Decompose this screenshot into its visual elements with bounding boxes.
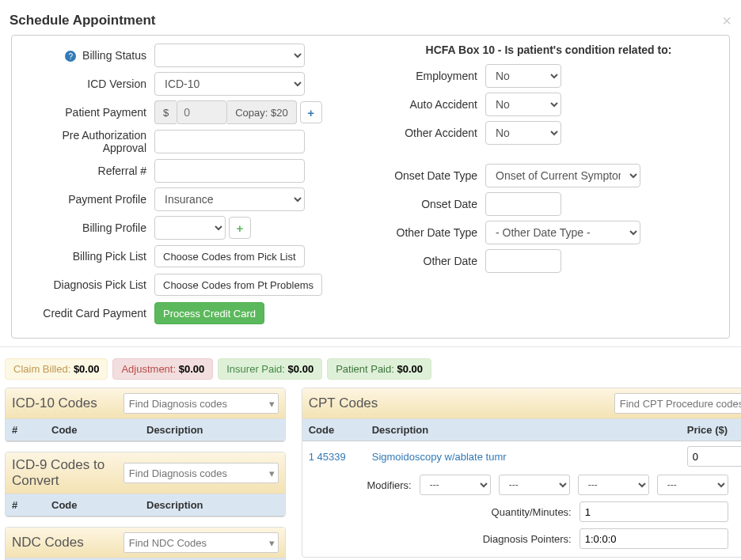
icd10-title: ICD-10 Codes [12,395,97,411]
currency-addon: $ [154,100,177,124]
cpt-search-input[interactable] [615,394,741,413]
billing-profile-label: Billing Profile [18,221,154,234]
cpt-desc-link[interactable]: Sigmoidoscopy w/ablate tumr [372,451,507,463]
chevron-down-icon[interactable]: ▾ [267,467,278,479]
icd10-search-input[interactable] [124,394,267,413]
cpt-price-input[interactable] [687,446,741,467]
other-type-select[interactable]: - Other Date Type - [485,221,640,244]
other-accident-label: Other Accident [374,127,485,139]
cpt-table-header: Code Description Price ($) [302,419,741,441]
cpt-qty-label: Quantity/Minutes: [469,506,572,518]
cpt-mod1[interactable]: --- [420,475,491,495]
close-icon[interactable]: × [722,13,732,28]
icd9-table-header: # Code Description [6,494,285,516]
cpt-mod3[interactable]: --- [578,475,649,495]
billing-profile-select[interactable] [154,216,226,240]
patient-paid-badge: Patient Paid: $0.00 [327,358,431,380]
cpt-mod4[interactable]: --- [657,475,728,495]
icd10-table-header: # Code Description [6,419,285,441]
auto-accident-select[interactable]: No [485,93,561,116]
billing-status-select[interactable] [154,44,305,67]
referral-input[interactable] [154,159,305,183]
cpt-qty-input[interactable] [580,501,728,522]
pre-auth-input[interactable] [154,130,305,153]
plus-icon: + [307,106,314,119]
cpt-card: CPT Codes ▾ Code Description Price ($) 1… [302,388,741,558]
modal-title: Schedule Appointment [10,13,156,28]
employment-select[interactable]: No [485,64,561,88]
onset-date-input[interactable] [485,192,561,216]
process-credit-card-button[interactable]: Process Credit Card [154,302,264,324]
onset-type-label: Onset Date Type [374,169,485,182]
auto-accident-label: Auto Accident [374,98,485,111]
adjustment-badge: Adjustment: $0.00 [112,358,213,380]
add-billing-profile-button[interactable]: + [229,217,251,239]
onset-date-label: Onset Date [374,198,485,210]
chevron-down-icon[interactable]: ▾ [267,537,278,549]
icd9-search-input[interactable] [124,464,267,482]
cpt-dp-input[interactable] [580,528,728,549]
other-date-label: Other Date [374,255,485,267]
ndc-card: NDC Codes ▾ NDC Code Quantity Units Line… [5,527,286,560]
diagnosis-picklist-label: Diagnosis Pick List [18,278,154,291]
pre-auth-label: Pre Authorization Approval [18,129,154,154]
hcfa-heading: HCFA Box 10 - Is patient's condition rel… [374,44,723,56]
billing-picklist-button[interactable]: Choose Codes from Pick List [154,245,305,267]
patient-payment-label: Patient Payment [18,106,154,119]
cpt-search[interactable]: ▾ [614,393,741,414]
cpt-mod2[interactable]: --- [499,475,570,495]
icd9-card: ICD-9 Codes to Convert ▾ # Code Descript… [5,452,286,517]
payment-profile-select[interactable]: Insurance [154,187,305,211]
billing-picklist-label: Billing Pick List [18,250,154,263]
add-payment-button[interactable]: + [300,101,322,123]
plus-icon: + [237,221,244,235]
help-icon[interactable]: ? [65,51,76,62]
employment-label: Employment [374,70,485,82]
cpt-modifiers-label: Modifiers: [309,479,412,491]
icd-version-label: ICD Version [18,78,154,90]
diagnosis-picklist-button[interactable]: Choose Codes from Pt Problems [154,274,322,296]
icd9-title: ICD-9 Codes to Convert [12,457,124,489]
onset-type-select[interactable]: Onset of Current Symptoms o [485,164,640,187]
cpt-dp-label: Diagnosis Pointers: [469,533,572,545]
cc-payment-label: Credit Card Payment [18,307,154,320]
claim-billed-badge: Claim Billed: $0.00 [5,358,108,380]
ndc-title: NDC Codes [12,535,84,551]
ndc-search-input[interactable] [124,533,267,552]
cpt-title: CPT Codes [309,395,378,411]
cpt-row-num[interactable]: 1 [309,451,314,463]
cpt-row: 1 45339 Sigmoidoscopy w/ablate tumr ✖ [302,441,741,471]
insurer-paid-badge: Insurer Paid: $0.00 [218,358,322,380]
icd10-search[interactable]: ▾ [124,393,279,414]
referral-label: Referral # [18,165,154,177]
cpt-code-link[interactable]: 45339 [317,451,346,463]
icd10-card: ICD-10 Codes ▾ # Code Description [5,388,286,442]
billing-status-label: Billing Status [82,49,146,62]
other-date-input[interactable] [485,249,561,273]
patient-payment-input[interactable] [177,100,227,124]
ndc-search[interactable]: ▾ [124,532,279,553]
copay-addon: Copay: $20 [227,100,297,124]
other-accident-select[interactable]: No [485,121,561,145]
icd-version-select[interactable]: ICD-10 [154,72,305,96]
payment-profile-label: Payment Profile [18,193,154,206]
icd9-search[interactable]: ▾ [124,463,279,483]
chevron-down-icon[interactable]: ▾ [267,398,278,410]
other-type-label: Other Date Type [374,226,485,239]
